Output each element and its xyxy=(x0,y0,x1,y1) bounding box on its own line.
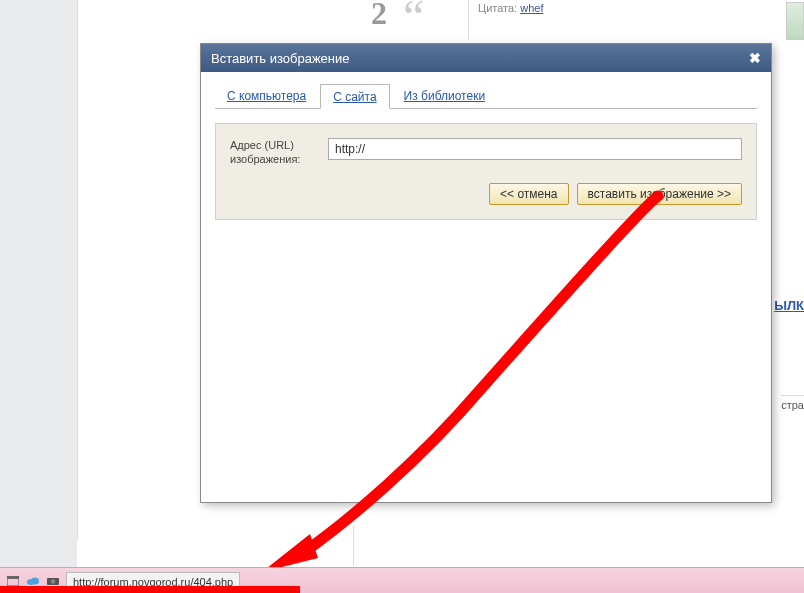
form-box: Адрес (URL) изображения: << отмена встав… xyxy=(215,123,757,220)
tab-from-computer[interactable]: С компьютера xyxy=(215,84,318,108)
dialog-title: Вставить изображение xyxy=(211,51,350,66)
cancel-button[interactable]: << отмена xyxy=(489,183,568,205)
quote-label: Цитата: xyxy=(478,2,517,14)
url-input[interactable] xyxy=(328,138,742,160)
quote-mark-icon: “ xyxy=(403,0,424,34)
url-field-row: Адрес (URL) изображения: xyxy=(230,138,742,167)
svg-point-4 xyxy=(31,577,39,584)
partial-link-right[interactable]: ЫЛК xyxy=(774,298,804,313)
tabs: С компьютера С сайта Из библиотеки xyxy=(215,84,757,109)
dialog-titlebar: Вставить изображение ✖ xyxy=(201,44,771,72)
svg-rect-2 xyxy=(7,576,19,579)
thumbnail xyxy=(786,2,804,40)
footer-note-right: стра xyxy=(781,395,804,411)
insert-image-dialog: Вставить изображение ✖ С компьютера С са… xyxy=(200,43,772,503)
quote-header: Цитата: whef xyxy=(478,2,543,14)
button-row: << отмена вставить изображение >> xyxy=(230,183,742,205)
vote-number: 2 xyxy=(371,0,387,32)
left-gutter xyxy=(0,0,77,570)
annotation-underline xyxy=(0,586,300,593)
divider xyxy=(353,525,354,565)
tab-from-library[interactable]: Из библиотеки xyxy=(392,84,497,108)
divider xyxy=(468,0,469,40)
browser-statusbar: http://forum.novgorod.ru/404.php xyxy=(0,567,804,593)
close-icon[interactable]: ✖ xyxy=(749,50,761,66)
tabs-row: С компьютера С сайта Из библиотеки xyxy=(201,72,771,109)
url-field-label: Адрес (URL) изображения: xyxy=(230,138,318,167)
tab-from-site[interactable]: С сайта xyxy=(320,84,389,109)
svg-point-6 xyxy=(51,579,55,583)
insert-image-button[interactable]: вставить изображение >> xyxy=(577,183,742,205)
quote-author-link[interactable]: whef xyxy=(520,2,543,14)
